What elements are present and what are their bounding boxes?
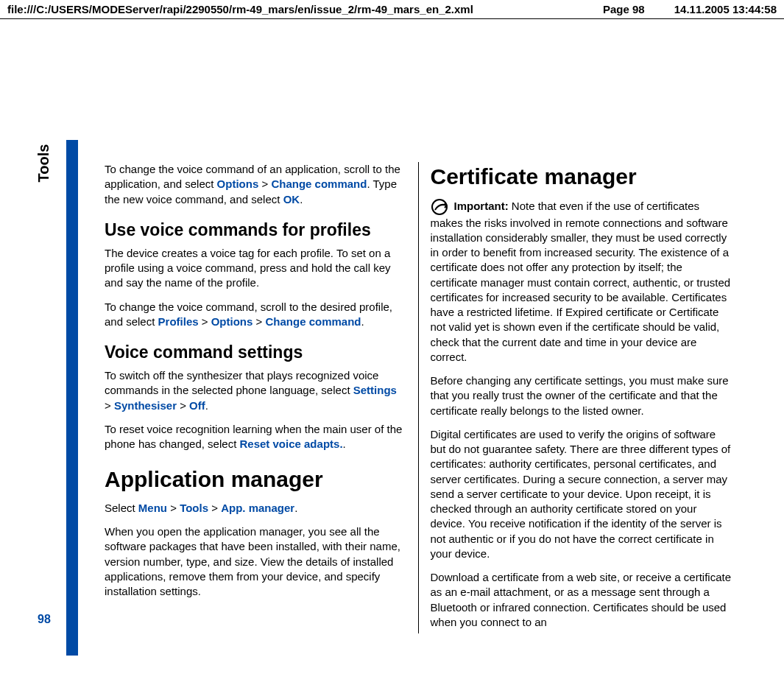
important-label: Important:: [454, 199, 509, 211]
link-tools: Tools: [180, 502, 208, 514]
paragraph: When you open the application manager, y…: [105, 524, 406, 599]
paragraph: Download a certificate from a web site, …: [431, 570, 732, 630]
separator: >: [258, 178, 271, 190]
datetime: 14.11.2005 13:44:58: [674, 3, 777, 15]
link-profiles: Profiles: [158, 315, 199, 328]
link-options: Options: [217, 178, 259, 190]
link-options: Options: [211, 315, 253, 328]
file-path: file:///C:/USERS/MODEServer/rapi/2290550…: [7, 3, 473, 15]
separator: >: [252, 315, 265, 328]
text: .: [300, 193, 303, 206]
separator: >: [199, 315, 211, 328]
page-body: Tools 98 To change the voice command of …: [22, 140, 758, 656]
link-change-command: Change command: [271, 178, 367, 190]
heading-voice-settings: Voice command settings: [105, 341, 406, 364]
separator: >: [105, 399, 114, 412]
paragraph: To switch off the synthesizer that plays…: [105, 368, 406, 413]
paragraph: To change the voice command of an applic…: [105, 162, 406, 207]
text: .: [205, 399, 208, 412]
blue-accent-bar: [66, 140, 78, 656]
link-ok: OK: [283, 193, 300, 206]
left-column: To change the voice command of an applic…: [93, 162, 419, 633]
paragraph: Before changing any certificate settings…: [431, 373, 732, 418]
heading-voice-profiles: Use voice commands for profiles: [105, 219, 406, 242]
content-area: To change the voice command of an applic…: [78, 140, 758, 656]
link-change-command: Change command: [265, 315, 361, 328]
link-reset-voice: Reset voice adapts.: [239, 438, 342, 450]
section-label: Tools: [35, 144, 52, 183]
document-header: file:///C:/USERS/MODEServer/rapi/2290550…: [0, 0, 784, 19]
text: .: [361, 315, 364, 328]
sidebar: Tools 98: [22, 140, 66, 656]
important-paragraph: Important: Note that even if the use of …: [431, 198, 732, 365]
paragraph: Digital certificates are used to verify …: [431, 427, 732, 561]
paragraph: To reset voice recognition learning when…: [105, 422, 406, 452]
heading-cert-manager: Certificate manager: [431, 162, 732, 192]
link-off: Off: [189, 399, 205, 412]
separator: >: [167, 502, 180, 514]
text: .: [294, 502, 297, 514]
right-column: Certificate manager Important: Note that…: [419, 162, 744, 633]
header-right: Page 98 14.11.2005 13:44:58: [603, 3, 777, 15]
link-synthesiser: Synthesiser: [114, 399, 177, 412]
separator: >: [208, 502, 221, 514]
important-icon: [431, 198, 451, 216]
page-number: 98: [38, 613, 51, 626]
text: Note that even if the use of certificate…: [431, 199, 731, 362]
text: .: [343, 438, 346, 450]
page-indicator: Page 98: [603, 3, 645, 15]
link-settings: Settings: [353, 384, 397, 396]
text: Select: [105, 502, 138, 514]
text: To switch off the synthesizer that plays…: [105, 369, 378, 396]
paragraph: The device creates a voice tag for each …: [105, 246, 406, 291]
link-menu: Menu: [138, 502, 167, 514]
paragraph: Select Menu > Tools > App. manager.: [105, 501, 406, 516]
link-app-manager: App. manager: [221, 502, 294, 514]
paragraph: To change the voice command, scroll to t…: [105, 300, 406, 330]
separator: >: [177, 399, 189, 412]
heading-app-manager: Application manager: [105, 465, 406, 495]
